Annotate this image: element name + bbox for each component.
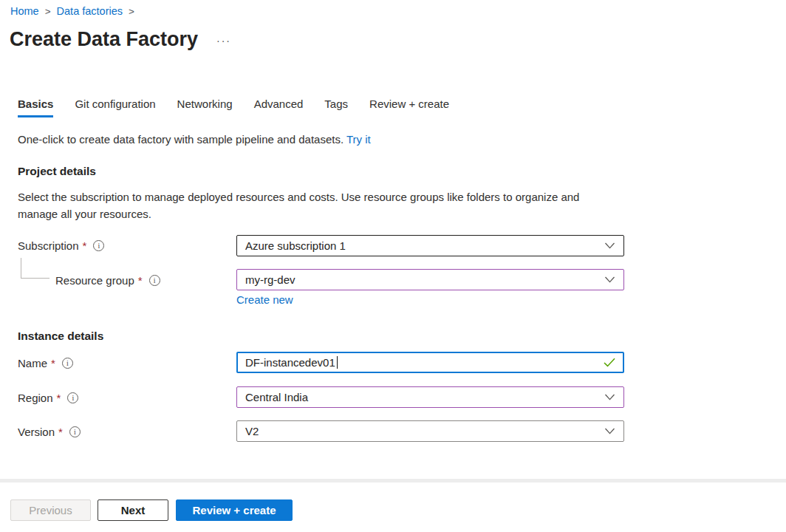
- next-button[interactable]: Next: [98, 499, 168, 521]
- instance-details-heading: Instance details: [18, 330, 103, 343]
- version-value: V2: [245, 425, 259, 437]
- tab-review-create[interactable]: Review + create: [369, 98, 449, 117]
- info-icon[interactable]: [69, 426, 81, 437]
- info-icon[interactable]: [67, 392, 78, 403]
- tab-bar: Basics Git configuration Networking Adva…: [18, 98, 449, 117]
- project-details-heading: Project details: [18, 165, 96, 178]
- required-asterisk: *: [83, 239, 87, 252]
- breadcrumb-data-factories-link[interactable]: Data factories: [57, 5, 123, 17]
- chevron-down-icon: [604, 428, 615, 434]
- name-value: DF-instancedev01: [245, 356, 335, 369]
- previous-button[interactable]: Previous: [10, 499, 91, 521]
- text-cursor: [337, 356, 338, 369]
- tab-advanced[interactable]: Advanced: [254, 98, 304, 117]
- subscription-dropdown[interactable]: Azure subscription 1: [236, 235, 624, 256]
- subscription-label: Subscription *: [18, 239, 104, 252]
- version-dropdown[interactable]: V2: [236, 420, 624, 442]
- resource-group-dropdown[interactable]: my-rg-dev: [236, 269, 624, 290]
- tab-basics[interactable]: Basics: [18, 98, 53, 117]
- breadcrumb-home-link[interactable]: Home: [10, 5, 39, 17]
- try-it-link[interactable]: Try it: [346, 133, 371, 146]
- info-icon[interactable]: [149, 275, 160, 286]
- valid-check-icon: [604, 358, 615, 367]
- page-title: Create Data Factory: [10, 28, 198, 51]
- resource-group-label-text: Resource group: [55, 274, 134, 287]
- region-label-text: Region: [18, 392, 53, 404]
- create-new-link[interactable]: Create new: [236, 293, 293, 306]
- name-label-text: Name: [18, 357, 47, 369]
- subscription-value: Azure subscription 1: [245, 239, 346, 252]
- resource-group-connector-line: [21, 258, 49, 279]
- info-icon[interactable]: [62, 358, 73, 369]
- version-label-text: Version: [18, 426, 55, 438]
- resource-group-label: Resource group *: [55, 274, 160, 287]
- subscription-label-text: Subscription: [18, 239, 79, 252]
- required-asterisk: *: [57, 392, 61, 404]
- footer-divider: [0, 479, 786, 482]
- region-dropdown[interactable]: Central India: [236, 386, 624, 408]
- project-details-description: Select the subscription to manage deploy…: [18, 188, 603, 222]
- chevron-down-icon: [604, 242, 615, 249]
- breadcrumb: Home > Data factories >: [10, 5, 134, 17]
- one-click-text: One-click to create data factory with sa…: [18, 133, 344, 146]
- breadcrumb-separator-icon: >: [45, 6, 51, 17]
- chevron-down-icon: [604, 276, 615, 283]
- region-value: Central India: [245, 391, 308, 403]
- more-options-button[interactable]: ···: [216, 35, 231, 47]
- name-input[interactable]: DF-instancedev01: [236, 352, 624, 373]
- region-label: Region *: [18, 392, 78, 404]
- version-label: Version *: [18, 426, 81, 438]
- info-icon[interactable]: [93, 240, 104, 251]
- tab-tags[interactable]: Tags: [324, 98, 348, 117]
- required-asterisk: *: [58, 426, 63, 438]
- tab-networking[interactable]: Networking: [177, 98, 233, 117]
- breadcrumb-separator-icon: >: [129, 6, 134, 17]
- chevron-down-icon: [604, 394, 615, 400]
- required-asterisk: *: [138, 274, 143, 287]
- one-click-banner: One-click to create data factory with sa…: [18, 133, 371, 146]
- required-asterisk: *: [51, 357, 55, 369]
- review-create-button[interactable]: Review + create: [176, 499, 293, 521]
- name-label: Name *: [18, 357, 73, 369]
- resource-group-value: my-rg-dev: [245, 273, 295, 286]
- tab-git-configuration[interactable]: Git configuration: [75, 98, 155, 117]
